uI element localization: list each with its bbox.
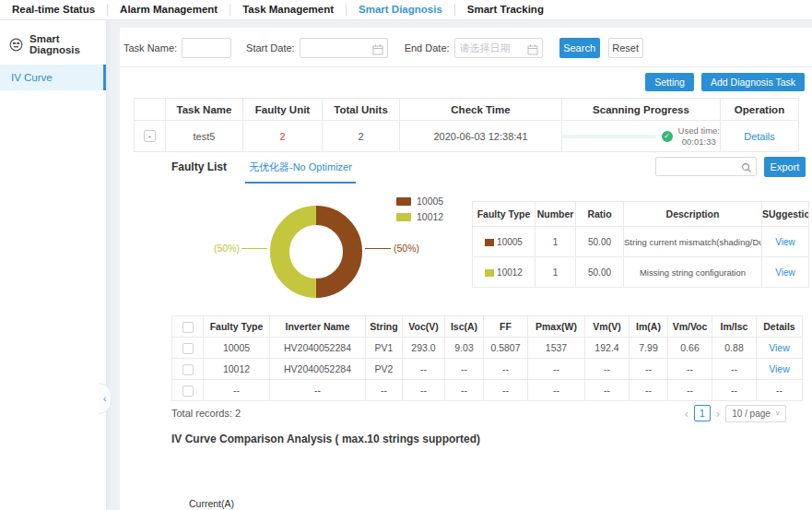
sidebar-item-iv-curve[interactable]: IV Curve (0, 65, 106, 90)
collapse-row-button[interactable]: - (144, 130, 156, 142)
expand-column-header (135, 99, 166, 121)
page-size-select[interactable]: 10 / page ∨ (725, 405, 786, 422)
sidebar-group-smart-diagnosis[interactable]: Smart Diagnosis (0, 20, 106, 65)
select-all-checkbox[interactable] (182, 322, 194, 333)
task-name-cell: test5 (166, 121, 243, 152)
calendar-icon[interactable] (372, 42, 383, 59)
suggestion-view-link[interactable]: View (775, 267, 795, 278)
nav-smart-tracking[interactable]: Smart Tracking (455, 4, 556, 16)
chevron-down-icon: ∨ (775, 409, 780, 417)
current-axis-label: Current(A) (189, 498, 234, 509)
sidebar-item-label: IV Curve (11, 72, 53, 83)
next-page-icon[interactable]: › (716, 408, 720, 420)
faulty-string-detail-table: Faulty Type Inverter Name String Voc(V) … (171, 315, 803, 401)
col-ratio: Ratio (576, 202, 624, 227)
type-swatch-10005 (485, 239, 494, 246)
summary-header-row: Faulty Type Number Ratio Description SUg… (473, 202, 809, 227)
chevron-left-icon: ‹ (103, 394, 107, 404)
setting-button[interactable]: Setting (645, 73, 694, 91)
section-divider (120, 66, 812, 67)
col-task-name: Task Name (166, 99, 243, 121)
legend-item-10005: 10005 (396, 196, 443, 207)
legend-swatch-10012 (396, 213, 411, 221)
table-actions: Setting Add Diagnosis Task (645, 73, 805, 91)
col-suggestion: SUggestion (762, 202, 809, 227)
col-inverter-name: Inverter Name (270, 316, 366, 338)
add-diagnosis-task-button[interactable]: Add Diagnosis Task (701, 73, 805, 91)
col-total-units: Total Units (323, 99, 400, 121)
check-complete-icon: ✓ (662, 131, 673, 142)
task-row: - test5 2 2 2020-06-03 12:38:41 ✓ Used t… (135, 121, 799, 152)
detail-view-link[interactable]: View (769, 363, 790, 374)
total-records: Total records: 2 (171, 408, 241, 419)
faulty-list-search (655, 157, 757, 176)
row-checkbox[interactable] (182, 385, 194, 397)
total-units-cell: 2 (323, 121, 400, 152)
col-vm: Vm(V) (585, 316, 630, 338)
suggestion-view-link[interactable]: View (775, 237, 795, 247)
detail-row: 10012HV2040052284 PV2-- ---- ---- ---- -… (172, 359, 803, 380)
donut-label-10005: (50%) (394, 243, 419, 254)
donut-leader-line-left (241, 248, 267, 249)
nav-real-time-status[interactable]: Real-time Status (0, 4, 108, 16)
faulty-list-header: Faulty List 无优化器-No Optimizer Export (171, 157, 806, 184)
sidebar: Smart Diagnosis IV Curve (0, 20, 106, 510)
pager: ‹ 1 › 10 / page ∨ (684, 405, 786, 422)
start-date-label: Start Date: (246, 42, 295, 53)
details-link[interactable]: Details (744, 131, 775, 142)
legend-swatch-10005 (396, 197, 411, 206)
row-checkbox[interactable] (182, 364, 194, 375)
faulty-list-title: Faulty List (171, 157, 227, 173)
summary-row: 10012 1 50.00 Missing string configurati… (473, 257, 809, 288)
col-im: Im(A) (630, 316, 668, 338)
faulty-type-donut-chart (261, 196, 371, 307)
export-button[interactable]: Export (764, 157, 806, 177)
used-time: Used time: 00:01:33 (678, 125, 720, 148)
col-voc: Voc(V) (403, 316, 445, 338)
sidebar-collapse-handle[interactable]: ‹ (99, 383, 112, 414)
col-scanning-progress: Scanning Progress (562, 99, 721, 121)
task-name-label: Task Name: (124, 42, 177, 53)
tab-no-optimizer[interactable]: 无优化器-No Optimizer (245, 157, 356, 184)
detail-view-link[interactable]: View (769, 342, 790, 353)
col-pmax: Pmax(W) (528, 316, 585, 338)
page-number[interactable]: 1 (694, 405, 711, 421)
nav-alarm-management[interactable]: Alarm Management (108, 4, 230, 16)
nav-task-management[interactable]: Task Management (230, 4, 347, 16)
col-faulty-type: Faulty Type (204, 316, 270, 338)
check-time-cell: 2020-06-03 12:38:41 (400, 121, 562, 152)
col-im-isc: Im/Isc (712, 316, 757, 338)
nav-smart-diagnosis[interactable]: Smart Diagnosis (347, 4, 455, 16)
reset-button[interactable]: Reset (608, 38, 643, 58)
smart-diagnosis-icon (9, 38, 23, 52)
donut-legend: 10005 10012 (396, 196, 443, 227)
iv-curve-section-title: IV Curve Comparison Analysis ( max.10 st… (171, 433, 480, 445)
col-details: Details (757, 316, 803, 338)
task-table-header-row: Task Name Faulty Unit Total Units Check … (135, 99, 799, 121)
end-date-label: End Date: (405, 42, 450, 53)
col-check-time: Check Time (400, 99, 562, 121)
task-table: Task Name Faulty Unit Total Units Check … (134, 98, 799, 152)
top-nav: Real-time Status Alarm Management Task M… (0, 0, 812, 20)
type-swatch-10012 (485, 269, 494, 277)
col-vm-voc: Vm/Voc (668, 316, 712, 338)
detail-header-row: Faulty Type Inverter Name String Voc(V) … (172, 316, 803, 338)
calendar-icon[interactable] (527, 42, 538, 59)
col-faulty-unit: Faulty Unit (243, 99, 323, 121)
col-isc: Isc(A) (445, 316, 484, 338)
task-name-input[interactable] (182, 38, 231, 58)
legend-item-10012: 10012 (396, 211, 443, 222)
faulty-type-summary-table: Faulty Type Number Ratio Description SUg… (472, 201, 809, 288)
progress-bar (562, 135, 656, 138)
row-checkbox[interactable] (182, 343, 194, 354)
search-button[interactable]: Search (559, 38, 600, 58)
search-icon[interactable] (741, 160, 752, 177)
scanning-progress-cell: ✓ Used time: 00:01:33 (562, 125, 720, 148)
prev-page-icon[interactable]: ‹ (684, 408, 688, 420)
donut-leader-line-right (365, 248, 391, 249)
main-panel: Task Name: Start Date: End Date: (120, 28, 812, 510)
col-string: String (366, 316, 403, 338)
donut-label-10012: (50%) (206, 243, 240, 254)
sidebar-group-label: Smart Diagnosis (29, 33, 97, 55)
detail-row: 10005HV2040052284 PV1293.0 9.030.5807 15… (172, 338, 803, 359)
